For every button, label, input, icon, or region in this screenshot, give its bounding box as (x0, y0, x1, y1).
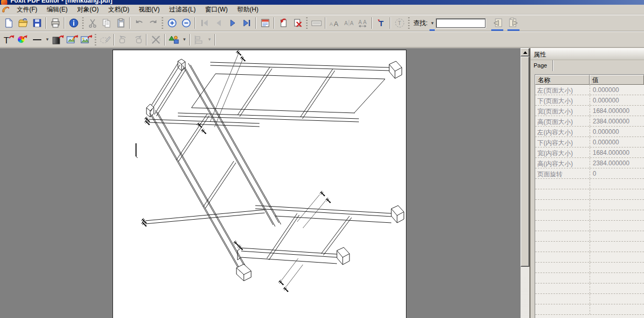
menu-item-2[interactable]: 对象(O) (72, 4, 103, 15)
add-text-icon[interactable]: T (374, 16, 388, 30)
property-name: 宽(内容大小) (535, 147, 590, 157)
undo-icon[interactable] (132, 16, 146, 30)
align-icon[interactable] (192, 33, 206, 47)
toolbar-standard: AA AA AA T T 查找: ▼ (0, 15, 644, 31)
table-row-empty (535, 304, 644, 315)
rotate-right-icon[interactable] (130, 33, 144, 47)
print-icon[interactable] (48, 16, 62, 30)
property-value[interactable]: 1684.000000 (590, 147, 644, 157)
menu-item-5[interactable]: 过滤器(L) (164, 4, 200, 15)
find-input[interactable] (436, 18, 486, 28)
font-width-icon[interactable]: AA (356, 16, 370, 30)
toolbar-grip[interactable] (162, 17, 163, 29)
find-dropdown[interactable]: ▼ (428, 16, 436, 30)
property-name: 下(内容大小) (535, 137, 590, 147)
property-value[interactable]: 0.000000 (590, 137, 644, 147)
prev-page-icon[interactable] (211, 16, 225, 30)
zoom-out-icon[interactable] (179, 16, 193, 30)
svg-text:A: A (350, 20, 354, 26)
align-dropdown[interactable]: ▼ (206, 33, 213, 47)
toolbar-separator (255, 17, 256, 29)
last-page-icon[interactable] (240, 16, 254, 30)
next-page-icon[interactable] (225, 16, 240, 30)
property-name: 高(内容大小) (535, 158, 590, 168)
toolbar-grip[interactable] (82, 17, 84, 29)
page-rotate-icon[interactable] (276, 16, 290, 30)
open-icon[interactable] (16, 16, 30, 30)
menu-item-4[interactable]: 视图(V) (134, 4, 164, 15)
cut-icon[interactable] (85, 16, 99, 30)
table-row: 页面旋转0 (535, 168, 644, 179)
toolbar-grip[interactable] (408, 17, 410, 29)
table-row: 高(页面大小)2384.000000 (535, 116, 644, 127)
menu-item-6[interactable]: 窗口(W) (200, 4, 232, 15)
table-row: 宽(页面大小)1684.000000 (535, 106, 644, 116)
properties-table: 名称 值 左(页面大小)0.000000下(页面大小)0.000000宽(页面大… (535, 74, 644, 318)
scroll-up-button[interactable] (521, 48, 529, 56)
column-header-value: 值 (590, 75, 644, 85)
info-icon[interactable] (66, 16, 81, 30)
menu-items: 文件(F)编辑(E)对象(O)文档(D)视图(V)过滤器(L)窗口(W)帮助(H… (12, 4, 263, 15)
edit-object-icon[interactable] (98, 33, 112, 47)
page-form-icon[interactable] (258, 16, 272, 30)
table-row: 左(页面大小)0.000000 (535, 85, 644, 95)
toolbar-grip[interactable] (95, 34, 96, 46)
add-image-icon[interactable] (79, 33, 93, 47)
find-label: 查找: (413, 19, 427, 28)
add-text-object-icon[interactable]: T (2, 33, 16, 47)
properties-panel: 属性 Page 名称 值 左(页面大小)0.000000下(页面大小)0.000… (529, 48, 644, 318)
cad-drawing (113, 50, 406, 317)
table-row-empty (535, 252, 644, 263)
rotate-left-icon[interactable] (116, 33, 130, 47)
menu-item-7[interactable]: 帮助(H) (232, 4, 263, 15)
menu-item-3[interactable]: 文档(D) (104, 4, 134, 15)
line-style-dropdown[interactable]: ▼ (44, 33, 51, 47)
add-color-object-icon[interactable] (16, 33, 30, 47)
text-circle-icon[interactable]: T (392, 16, 406, 30)
page-delete-icon[interactable] (290, 16, 304, 30)
copy-icon[interactable] (99, 16, 114, 30)
property-value[interactable]: 0.000000 (590, 95, 644, 105)
scrollbar-thumb[interactable] (521, 56, 529, 267)
shapes-icon[interactable] (167, 33, 181, 47)
property-value[interactable]: 0.000000 (590, 127, 644, 137)
save-icon[interactable] (30, 16, 44, 30)
table-row-empty (535, 294, 644, 304)
shapes-dropdown[interactable]: ▼ (181, 33, 188, 47)
property-value[interactable]: 0 (590, 168, 644, 178)
line-style-icon[interactable] (30, 33, 44, 47)
toolbar-grip[interactable] (306, 17, 308, 29)
toolbar-separator (371, 17, 372, 29)
document-page[interactable] (112, 50, 406, 318)
chevron-down-icon: ▼ (45, 37, 50, 42)
property-name: 左(内容大小) (535, 127, 590, 137)
property-value[interactable]: 2384.000000 (590, 158, 644, 168)
find-next-icon[interactable] (506, 16, 521, 30)
table-row: 左(内容大小)0.000000 (535, 127, 644, 137)
add-shape-icon[interactable] (51, 33, 65, 47)
property-value[interactable]: 1684.000000 (590, 106, 644, 116)
vertical-scrollbar[interactable] (521, 48, 529, 318)
keyboard-icon[interactable] (309, 16, 323, 30)
zoom-in-icon[interactable] (165, 16, 179, 30)
table-row: 下(内容大小)0.000000 (535, 137, 644, 147)
menu-item-1[interactable]: 编辑(E) (42, 4, 72, 15)
edit-image-icon[interactable] (65, 33, 79, 47)
find-prev-icon[interactable] (490, 16, 504, 30)
property-value[interactable]: 2384.000000 (590, 116, 644, 126)
toolbar-separator (390, 17, 391, 29)
font-size-icon[interactable]: AA (327, 16, 342, 30)
property-value[interactable]: 0.000000 (590, 85, 644, 95)
toolbar-objects: T ▼ ▼ ▼ (0, 31, 644, 48)
tab-page[interactable]: Page (530, 60, 553, 71)
table-row: 宽(内容大小)1684.000000 (535, 147, 644, 158)
menu-item-0[interactable]: 文件(F) (12, 4, 42, 15)
redo-icon[interactable] (146, 16, 160, 30)
paste-icon[interactable] (114, 16, 128, 30)
new-icon[interactable] (2, 16, 16, 30)
document-window-icon[interactable] (2, 6, 10, 14)
first-page-icon[interactable] (197, 16, 211, 30)
delete-object-icon[interactable] (149, 33, 163, 47)
property-name: 下(页面大小) (535, 95, 590, 105)
font-pair-icon[interactable]: AA (342, 16, 356, 30)
